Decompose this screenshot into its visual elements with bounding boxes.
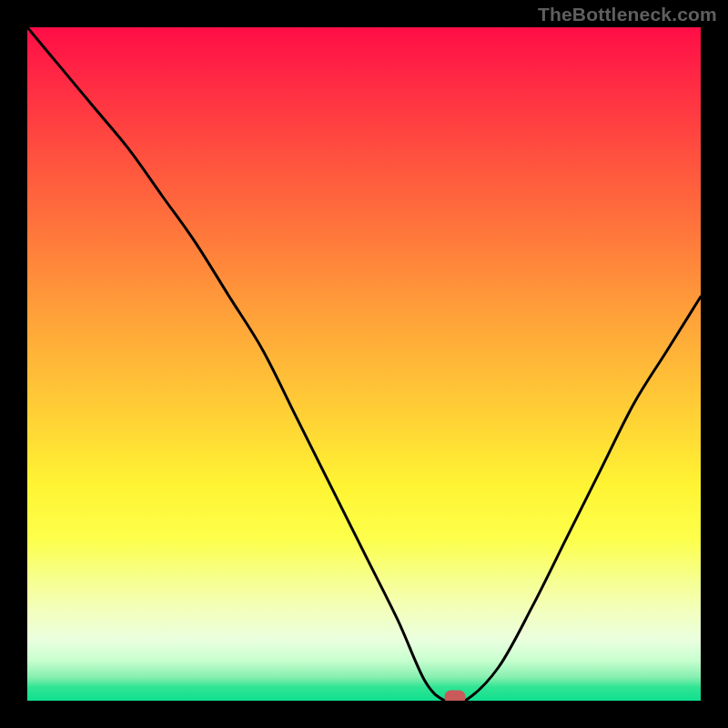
- trough-marker: [444, 691, 465, 702]
- watermark-text: TheBottleneck.com: [538, 4, 717, 25]
- plot-area: [27, 27, 701, 701]
- curve-line: [27, 27, 701, 701]
- chart-frame: TheBottleneck.com: [0, 0, 728, 728]
